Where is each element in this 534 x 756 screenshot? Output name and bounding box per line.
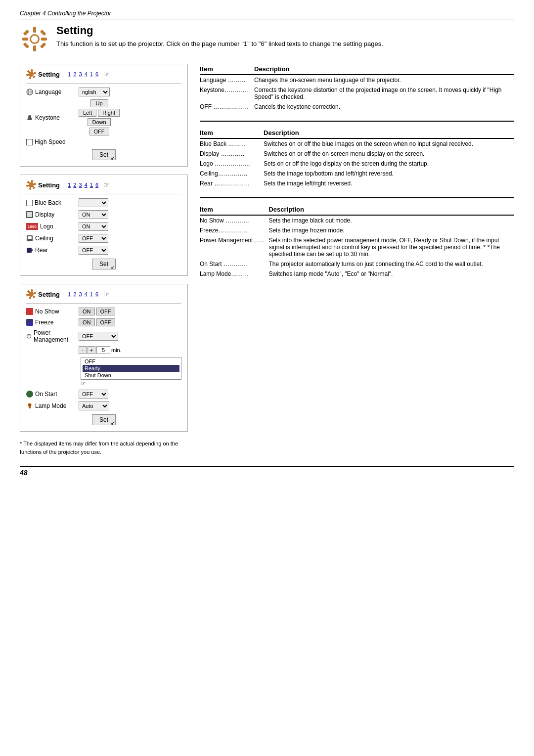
- blueback-label-text: Blue Back: [35, 199, 61, 206]
- table-row: On Start ………… The projector automaticall…: [200, 259, 514, 269]
- panel-2-rear-row: Rear OFF ON: [26, 246, 181, 255]
- svg-rect-2: [33, 45, 36, 51]
- panel-2-title: Setting: [38, 181, 60, 189]
- panel-1-nav-2[interactable]: 2: [73, 71, 76, 77]
- panel-2-logo-label: 1080 Logo: [26, 223, 76, 230]
- freeze-on-btn[interactable]: ON: [79, 318, 95, 326]
- keystone-lr-row: Left Right: [79, 109, 120, 117]
- panel-1-keystone-label: Keystone: [26, 114, 76, 121]
- num-input[interactable]: [96, 346, 110, 354]
- powermgmt-dropdown: OFF Ready Shut Down ☞: [81, 357, 181, 387]
- panel-3-lampmode-label: Lamp Mode: [26, 402, 76, 409]
- table-row: Rear ……………… Sets the image left/right re…: [200, 178, 514, 188]
- panel-2-set-btn[interactable]: Set: [92, 259, 116, 269]
- num-plus-btn[interactable]: +: [88, 346, 95, 354]
- panel-2-nav-4[interactable]: 4: [85, 182, 88, 188]
- highspeed-checkbox[interactable]: [26, 139, 33, 145]
- lamp-icon: [26, 402, 33, 409]
- language-select[interactable]: nglish English: [79, 88, 110, 96]
- panel-1-language-label: Language: [26, 89, 76, 95]
- blueback-select[interactable]: ON OFF: [79, 198, 108, 207]
- svg-marker-13: [27, 115, 32, 120]
- desc-table-3-row-4-item: Lamp Mode………: [200, 269, 268, 279]
- panel-2-nav-6[interactable]: 6: [95, 182, 98, 188]
- noshow-on-btn[interactable]: ON: [79, 308, 95, 315]
- keystone-down-btn[interactable]: Down: [88, 118, 110, 126]
- panel-3-set-btn[interactable]: Set: [92, 414, 116, 425]
- panel-3-nav-2[interactable]: 2: [73, 291, 76, 297]
- keystone-controls: Up Left Right Down OFF: [79, 99, 120, 135]
- panel-3-noshow-row: No Show ON OFF: [26, 308, 181, 315]
- dropdown-shutdown[interactable]: Shut Down: [83, 372, 179, 379]
- panel-1-nav-4[interactable]: 4: [85, 71, 88, 77]
- table-row: Blue Back ……… Switches on or off the blu…: [200, 138, 514, 149]
- panel-2-display-row: Display ON OFF: [26, 210, 181, 219]
- svg-rect-5: [23, 30, 30, 36]
- display-icon: [26, 211, 33, 218]
- powermgmt-select[interactable]: OFF Ready Shut Down: [79, 332, 118, 341]
- panel-3-nav-3[interactable]: 3: [79, 291, 82, 297]
- panel-2-nav-5[interactable]: 1: [90, 182, 93, 188]
- panel-2-nav-1[interactable]: 1: [68, 182, 71, 188]
- onstart-select[interactable]: OFF ON: [79, 390, 108, 399]
- desc-table-2-row-4-item: Rear ………………: [200, 178, 264, 188]
- panel-1-nav-5[interactable]: 1: [90, 71, 93, 77]
- panel-3-nav-5[interactable]: 1: [90, 291, 93, 297]
- panel-1-nav-3[interactable]: 3: [79, 71, 82, 77]
- desc-table-2-row-0-item: Blue Back ………: [200, 138, 264, 149]
- freeze-off-btn[interactable]: OFF: [96, 318, 115, 326]
- panel-2-nav-2[interactable]: 2: [73, 182, 76, 188]
- logo-label-text: Logo: [40, 223, 53, 230]
- dropdown-ready[interactable]: Ready: [83, 365, 179, 372]
- panel-3-nav-4[interactable]: 4: [85, 291, 88, 297]
- keystone-left-btn[interactable]: Left: [79, 109, 96, 117]
- panel-1-nav-6[interactable]: 6: [95, 71, 98, 77]
- panel-3-onstart-row: On Start OFF ON: [26, 390, 181, 399]
- keystone-off-btn[interactable]: OFF: [89, 128, 109, 135]
- svg-rect-6: [40, 30, 46, 36]
- power-icon: [26, 333, 32, 340]
- panel-3-noshow-label: No Show: [26, 308, 76, 315]
- panel-1-highspeed-label: High Speed: [26, 138, 76, 145]
- dropdown-off[interactable]: OFF: [83, 358, 179, 365]
- display-select[interactable]: ON OFF: [79, 210, 108, 219]
- dropdown-list: OFF Ready Shut Down: [81, 357, 181, 380]
- panel-3-nav-1[interactable]: 1: [68, 291, 71, 297]
- rear-icon: [26, 247, 33, 254]
- desc-table-3-row-1-desc: Sets the image frozen mode.: [268, 225, 514, 235]
- svg-point-20: [28, 403, 32, 407]
- highspeed-label-text: High Speed: [35, 138, 66, 145]
- desc-table-2-row-0-desc: Switches on or off the blue images on th…: [264, 138, 514, 149]
- svg-rect-7: [23, 43, 30, 49]
- ceiling-label-text: Ceiling: [35, 235, 53, 242]
- panel-3-title: Setting: [38, 291, 60, 298]
- setting-text-block: Setting This function is to set up the p…: [56, 24, 383, 49]
- right-divider-1: [200, 121, 514, 122]
- chapter-header: Chapter 4 Controlling the Projector: [20, 10, 514, 19]
- keystone-up-btn[interactable]: Up: [90, 99, 108, 107]
- panel-3-nav-6[interactable]: 6: [95, 291, 98, 297]
- panel-1-nav-1[interactable]: 1: [68, 71, 71, 77]
- logo-select[interactable]: ON OFF: [79, 222, 108, 231]
- panel-2-ceiling-row: Ceiling OFF ON: [26, 234, 181, 243]
- lampmode-select[interactable]: Auto Eco Normal: [79, 401, 109, 410]
- panel-1-set-btn[interactable]: Set: [92, 149, 116, 160]
- desc-table-1-desc-header: Description: [254, 64, 514, 75]
- num-minus-btn[interactable]: -: [79, 346, 87, 354]
- keystone-right-btn[interactable]: Right: [98, 109, 120, 117]
- table-row: Ceiling…………… Sets the image top/bottom a…: [200, 169, 514, 178]
- desc-table-3-row-1-item: Freeze……………: [200, 225, 268, 235]
- panel-2-nav-3[interactable]: 3: [79, 182, 82, 188]
- rear-select[interactable]: OFF ON: [79, 246, 108, 255]
- blueback-checkbox[interactable]: [26, 200, 33, 206]
- noshow-off-btn[interactable]: OFF: [96, 308, 115, 315]
- ceiling-select[interactable]: OFF ON: [79, 234, 108, 243]
- panel-1: Setting 1 2 3 4 1 6 ☞ Language: [20, 64, 188, 167]
- desc-table-2: Item Description Blue Back ……… Switches …: [200, 128, 514, 188]
- desc-table-3-row-2-desc: Sets into the selected power management …: [268, 235, 514, 259]
- panel-2-rear-label: Rear: [26, 247, 76, 254]
- panel-3: Setting 1 2 3 4 1 6 ☞ No Show: [20, 284, 188, 432]
- table-row: Logo ……………… Sets on or off the logo disp…: [200, 159, 514, 169]
- panel-1-gear-icon: [26, 69, 36, 79]
- panel-1-title: Setting: [38, 71, 60, 78]
